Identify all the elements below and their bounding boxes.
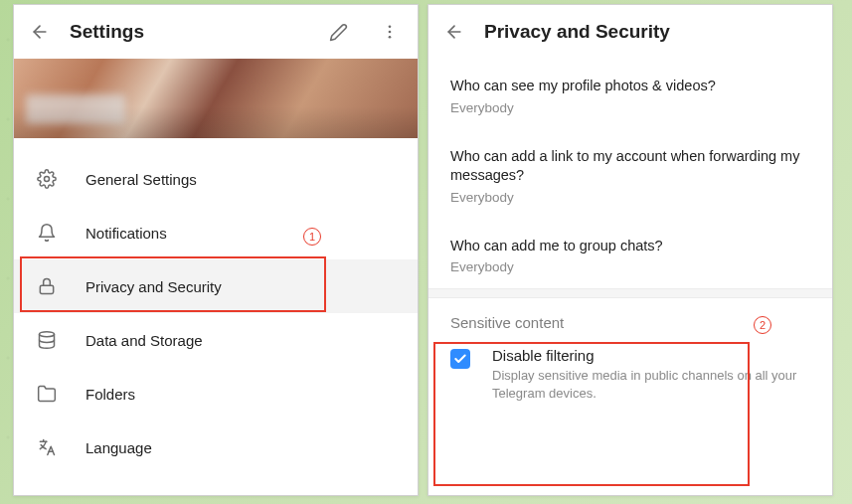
database-icon: [36, 329, 58, 351]
language-icon: [36, 436, 58, 458]
privacy-value: Everybody: [450, 100, 810, 115]
lock-icon: [36, 275, 58, 297]
privacy-question: Who can see my profile photos & videos?: [450, 77, 810, 96]
menu-item-folders[interactable]: Folders: [14, 367, 418, 420]
bell-icon: [36, 222, 58, 244]
settings-menu: General Settings Notifications Privacy a…: [14, 138, 418, 474]
privacy-panel: Privacy and Security Who can see my prof…: [427, 4, 833, 496]
settings-header: Settings: [14, 5, 418, 59]
svg-point-6: [40, 332, 55, 337]
section-divider: [428, 288, 832, 298]
disable-filtering-checkbox[interactable]: [450, 349, 470, 369]
back-button[interactable]: [28, 20, 52, 44]
menu-label: Folders: [85, 386, 135, 403]
svg-point-3: [389, 36, 392, 39]
edit-button[interactable]: [324, 18, 352, 46]
annotation-badge-1: 1: [303, 228, 321, 246]
menu-label: General Settings: [85, 171, 197, 188]
privacy-item-forward-link[interactable]: Who can add a link to my account when fo…: [428, 129, 832, 219]
menu-label: Data and Storage: [85, 332, 203, 349]
privacy-value: Everybody: [450, 259, 810, 274]
pencil-icon: [329, 23, 348, 42]
profile-name-blurred: [26, 94, 125, 124]
privacy-question: Who can add a link to my account when fo…: [450, 147, 810, 186]
privacy-title: Privacy and Security: [484, 21, 818, 43]
disable-filtering-text: Disable filtering Display sensitive medi…: [492, 347, 810, 402]
privacy-item-group-chats[interactable]: Who can add me to group chats? Everybody: [428, 219, 832, 289]
menu-label: Notifications: [85, 225, 167, 242]
checkbox-label: Disable filtering: [492, 347, 810, 364]
disable-filtering-row[interactable]: Disable filtering Display sensitive medi…: [428, 337, 832, 416]
checkbox-description: Display sensitive media in public channe…: [492, 367, 810, 402]
svg-rect-5: [40, 285, 53, 293]
settings-title: Settings: [70, 21, 300, 43]
profile-banner[interactable]: [14, 59, 418, 138]
menu-label: Privacy and Security: [85, 278, 222, 295]
annotation-badge-2: 2: [754, 316, 771, 334]
menu-label: Language: [85, 439, 152, 456]
privacy-question: Who can add me to group chats?: [450, 237, 810, 256]
menu-item-notifications[interactable]: Notifications: [14, 206, 418, 259]
menu-item-language[interactable]: Language: [14, 420, 418, 474]
gear-icon: [36, 168, 58, 190]
folder-icon: [36, 383, 58, 405]
svg-point-2: [389, 31, 392, 34]
menu-item-privacy-security[interactable]: Privacy and Security: [14, 259, 418, 313]
menu-item-general-settings[interactable]: General Settings: [14, 152, 418, 206]
privacy-value: Everybody: [450, 190, 810, 205]
arrow-left-icon: [444, 22, 464, 42]
sensitive-content-header: Sensitive content: [428, 298, 832, 337]
privacy-body: Who can see my profile photos & videos? …: [428, 59, 832, 416]
back-button[interactable]: [442, 20, 466, 44]
more-button[interactable]: [376, 18, 404, 46]
privacy-header: Privacy and Security: [428, 5, 832, 59]
arrow-left-icon: [30, 22, 50, 42]
svg-point-4: [45, 177, 50, 182]
settings-panel: Settings General Settings Notifications: [13, 4, 419, 496]
menu-item-data-storage[interactable]: Data and Storage: [14, 313, 418, 367]
privacy-item-profile-photos[interactable]: Who can see my profile photos & videos? …: [428, 59, 832, 129]
svg-point-1: [389, 25, 392, 28]
check-icon: [453, 352, 467, 366]
more-vertical-icon: [381, 23, 399, 41]
